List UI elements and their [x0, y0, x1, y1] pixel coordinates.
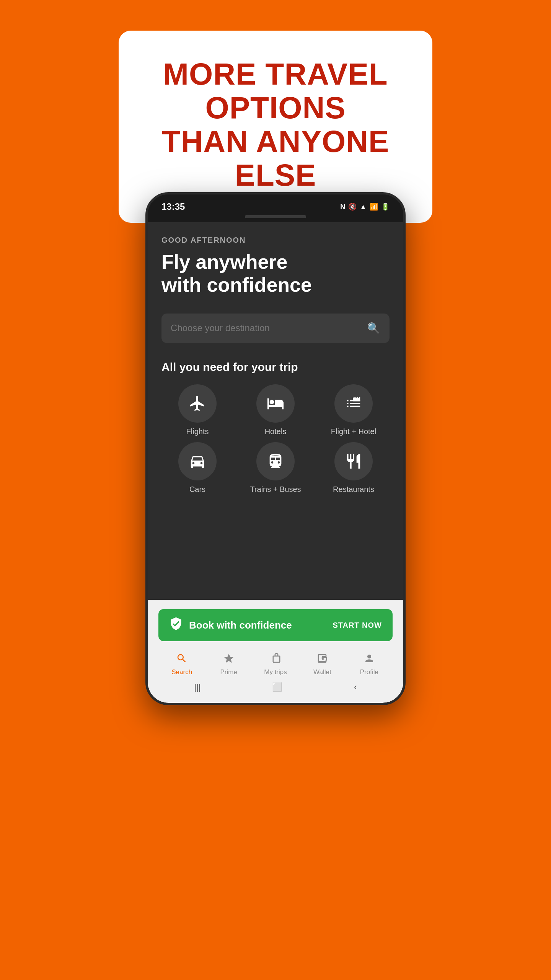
confidence-banner[interactable]: Book with confidence START NOW — [158, 609, 393, 641]
profile-nav-icon — [364, 653, 375, 667]
side-button — [405, 302, 406, 332]
nav-item-prime[interactable]: Prime — [205, 653, 252, 676]
nav-item-mytrips[interactable]: My trips — [252, 653, 299, 676]
cars-icon-circle — [178, 442, 217, 480]
android-nav: ||| ⬜ ‹ — [158, 678, 393, 699]
flights-icon — [189, 395, 206, 412]
profile-nav-label: Profile — [360, 668, 378, 676]
status-bar: 13:35 N 🔇 ▲ 📶 🔋 — [148, 194, 403, 215]
prime-nav-label: Prime — [220, 668, 237, 676]
cars-icon — [189, 452, 206, 470]
wallet-nav-label: Wallet — [313, 668, 331, 676]
restaurants-icon — [345, 452, 362, 470]
wallet-nav-icon — [316, 653, 328, 667]
trip-grid: Flights Hotels — [161, 384, 390, 494]
signal-icon: 📶 — [370, 203, 378, 211]
flights-icon-circle — [178, 384, 217, 423]
bottom-section: Book with confidence START NOW Search — [148, 600, 403, 703]
status-time: 13:35 — [161, 201, 185, 212]
nfc-icon: N — [340, 203, 345, 211]
prime-nav-icon — [223, 653, 235, 667]
mytrips-nav-label: My trips — [264, 668, 287, 676]
trip-item-flight-hotel[interactable]: Flight + Hotel — [318, 384, 390, 436]
greeting-text: GOOD AFTERNOON — [161, 236, 390, 245]
hotels-label: Hotels — [265, 427, 287, 436]
confidence-icon — [169, 617, 183, 634]
trip-item-hotels[interactable]: Hotels — [240, 384, 311, 436]
nav-item-search[interactable]: Search — [158, 653, 205, 676]
trip-item-flights[interactable]: Flights — [161, 384, 233, 436]
flight-hotel-label: Flight + Hotel — [331, 427, 376, 436]
hotels-icon-circle — [256, 384, 295, 423]
mytrips-nav-icon — [270, 653, 281, 667]
headline-line1: MORE TRAVEL OPTIONS — [163, 57, 388, 125]
headline-line2: THAN ANYONE ELSE — [162, 124, 390, 192]
confidence-text: Book with confidence — [189, 619, 292, 631]
mute-icon: 🔇 — [348, 203, 357, 211]
battery-icon: 🔋 — [381, 203, 390, 211]
phone-content: GOOD AFTERNOON Fly anywherewith confiden… — [148, 222, 403, 703]
bottom-nav: Search Prime — [158, 649, 393, 678]
trains-icon-circle — [256, 442, 295, 480]
wifi-icon: ▲ — [360, 203, 367, 211]
status-icons: N 🔇 ▲ 📶 🔋 — [340, 203, 390, 211]
hotels-icon — [267, 395, 284, 412]
headline-text: MORE TRAVEL OPTIONS THAN ANYONE ELSE — [149, 57, 402, 192]
flights-label: Flights — [186, 427, 209, 436]
notch — [245, 215, 306, 218]
phone-frame: 13:35 N 🔇 ▲ 📶 🔋 GOOD AFTERNOON Fly anywh… — [145, 192, 406, 705]
cars-label: Cars — [189, 485, 205, 494]
destination-input[interactable] — [171, 323, 367, 333]
search-nav-label: Search — [171, 668, 192, 676]
destination-search-bar[interactable]: 🔍 — [161, 314, 390, 343]
trains-icon — [267, 452, 284, 470]
android-menu-btn[interactable]: ||| — [194, 682, 201, 692]
trip-item-restaurants[interactable]: Restaurants — [318, 442, 390, 494]
notch-area — [148, 215, 403, 222]
hero-title: Fly anywherewith confidence — [161, 251, 390, 297]
nav-item-profile[interactable]: Profile — [346, 653, 393, 676]
restaurants-icon-circle — [334, 442, 373, 480]
nav-item-wallet[interactable]: Wallet — [299, 653, 346, 676]
trains-label: Trains + Buses — [250, 485, 301, 494]
trip-item-cars[interactable]: Cars — [161, 442, 233, 494]
android-back-btn[interactable]: ‹ — [354, 682, 357, 692]
android-home-btn[interactable]: ⬜ — [272, 682, 282, 692]
trip-item-trains[interactable]: Trains + Buses — [240, 442, 311, 494]
flight-hotel-icon-circle — [334, 384, 373, 423]
outer-wrapper: MORE TRAVEL OPTIONS THAN ANYONE ELSE 13:… — [119, 31, 432, 705]
trip-section-title: All you need for your trip — [161, 361, 390, 374]
phone-main: GOOD AFTERNOON Fly anywherewith confiden… — [148, 222, 403, 600]
confidence-left: Book with confidence — [169, 617, 292, 634]
search-icon: 🔍 — [367, 322, 380, 335]
restaurants-label: Restaurants — [333, 485, 374, 494]
search-nav-icon — [176, 653, 187, 667]
start-now-text: START NOW — [333, 621, 382, 630]
flight-hotel-icon — [345, 395, 362, 412]
